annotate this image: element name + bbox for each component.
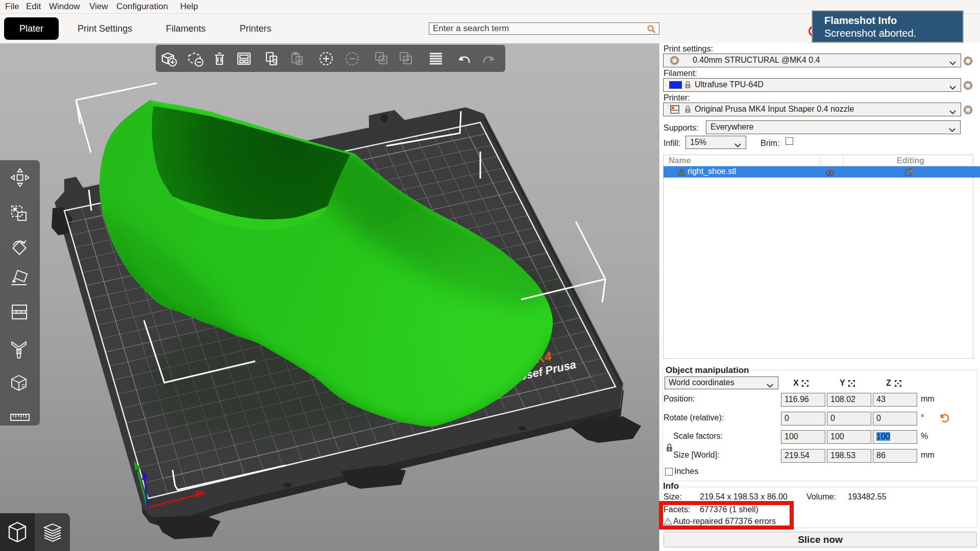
svg-text:P: P <box>406 57 409 63</box>
svg-text:O: O <box>381 57 385 63</box>
